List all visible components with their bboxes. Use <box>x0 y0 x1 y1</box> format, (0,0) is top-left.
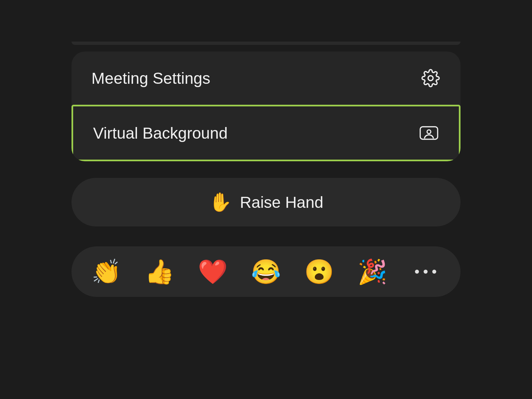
meeting-settings-row[interactable]: Meeting Settings <box>71 52 461 105</box>
raise-hand-label: Raise Hand <box>240 193 324 211</box>
virtual-background-icon <box>419 123 439 143</box>
reaction-wow[interactable]: 😮 <box>301 260 337 284</box>
raise-hand-button[interactable]: ✋ Raise Hand <box>71 178 461 226</box>
virtual-background-label: Virtual Background <box>93 124 228 142</box>
reaction-clap[interactable]: 👏 <box>88 260 125 284</box>
dot-icon <box>424 270 428 274</box>
svg-point-2 <box>427 130 431 134</box>
virtual-background-row[interactable]: Virtual Background <box>71 105 461 161</box>
dot-icon <box>432 270 436 274</box>
reactions-bar: 👏 👍 ❤️ 😂 😮 🎉 <box>71 246 461 297</box>
gear-icon <box>421 68 441 88</box>
reaction-party[interactable]: 🎉 <box>354 260 391 284</box>
meeting-settings-label: Meeting Settings <box>91 69 210 87</box>
reaction-joy[interactable]: 😂 <box>248 260 284 284</box>
previous-section-edge <box>71 42 461 45</box>
svg-rect-1 <box>420 127 438 139</box>
more-reactions-button[interactable] <box>407 270 444 274</box>
settings-menu-block: Meeting Settings Virtual Background <box>71 52 461 161</box>
dot-icon <box>415 270 419 274</box>
reaction-heart[interactable]: ❤️ <box>195 260 231 284</box>
raise-hand-icon: ✋ <box>209 193 232 211</box>
reaction-thumbs[interactable]: 👍 <box>141 260 178 284</box>
svg-point-0 <box>428 76 433 81</box>
